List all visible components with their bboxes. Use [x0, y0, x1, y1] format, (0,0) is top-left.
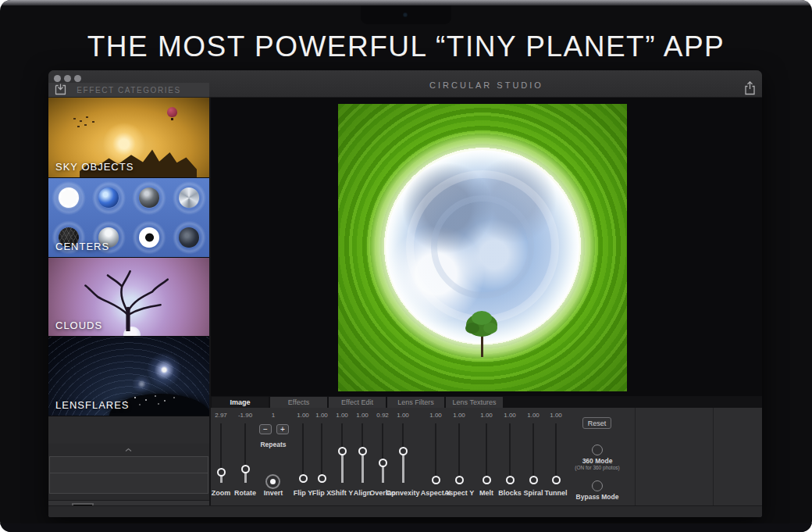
sidebar-header: EFFECT CATEGORIES	[48, 83, 209, 98]
slider-knob[interactable]	[483, 476, 491, 484]
laptop-lid-edge	[0, 0, 812, 5]
app-title: CIRCULAR STUDIO	[211, 80, 762, 90]
share-button[interactable]	[744, 81, 756, 98]
camera-icon	[403, 12, 408, 17]
tab-image-properties[interactable]: Image Properties	[212, 397, 269, 408]
slider-fill	[341, 452, 344, 483]
panel-tabbar: Image PropertiesEffectsEffect EditLens F…	[211, 396, 762, 408]
slider-knob[interactable]	[432, 476, 440, 484]
repeats-value: 1	[256, 412, 290, 419]
mode-360-label: 360 Mode	[574, 457, 621, 465]
panel-divider	[635, 408, 636, 505]
invert-label: Invert	[256, 489, 290, 497]
slider-knob[interactable]	[399, 447, 408, 455]
slider-fill	[402, 452, 404, 483]
import-icon	[55, 86, 66, 98]
category-label: SKY OBJECTS	[55, 161, 134, 173]
category-lensflares[interactable]: LENSFLARES	[48, 337, 209, 416]
slider-knob[interactable]	[241, 465, 250, 473]
category-list: SKY OBJECTSCENTERSCLOUDSLENSFLARES	[48, 98, 209, 416]
slider-track[interactable]	[555, 423, 557, 483]
category-clouds[interactable]: CLOUDS	[48, 258, 209, 337]
slider-tunnel[interactable]: 1.00Tunnel	[539, 408, 573, 505]
category-label: CENTERS	[55, 241, 109, 252]
effect-categories-sidebar: SKY OBJECTSCENTERSCLOUDSLENSFLARES Image…	[48, 98, 209, 505]
tab-effect-edit[interactable]: Effect Edit	[329, 397, 386, 408]
repeats-plus-button[interactable]: +	[276, 424, 289, 434]
zoom-window-button[interactable]	[74, 75, 81, 82]
slider-knob[interactable]	[529, 476, 538, 484]
lens-flare-sparks	[134, 397, 136, 398]
repeats-minus-button[interactable]: −	[259, 424, 272, 434]
bypass-mode-label: Bypass Mode	[570, 493, 625, 501]
slider-track[interactable]	[532, 423, 534, 483]
panel-divider	[713, 408, 714, 505]
repeats-label: Repeats	[251, 441, 295, 448]
center-thumb	[129, 218, 169, 258]
center-thumb	[48, 178, 89, 218]
tiny-planet-image[interactable]	[338, 104, 627, 391]
category-centers[interactable]: CENTERS	[48, 178, 209, 258]
window-status-strip	[48, 505, 762, 517]
slider-knob[interactable]	[455, 476, 464, 484]
effect-slot-row[interactable]	[49, 473, 208, 494]
laptop-screen: THE MOST POWERFUL “TINY PLANET” APP CIRC…	[0, 0, 812, 532]
center-thumb	[169, 178, 210, 218]
slider-track[interactable]	[486, 423, 487, 483]
invert-radio[interactable]	[265, 474, 280, 489]
birds	[73, 118, 76, 120]
cloud-swirl-ring	[431, 195, 534, 298]
hero-headline: THE MOST POWERFUL “TINY PLANET” APP	[0, 30, 812, 63]
chevron-up-icon[interactable]	[125, 446, 133, 454]
invert-radio-dot	[270, 479, 276, 484]
editor-canvas[interactable]	[211, 98, 762, 396]
tree-image	[461, 304, 502, 362]
balloon-icon	[167, 107, 177, 117]
sidebar-header-label: EFFECT CATEGORIES	[48, 86, 209, 95]
slider-knob[interactable]	[217, 468, 226, 477]
mode-360-subtitle: (ON for 360 photos)	[566, 465, 629, 470]
reset-button[interactable]: Reset	[582, 417, 611, 429]
slider-fill	[361, 452, 364, 483]
share-icon	[744, 86, 756, 98]
app-window: CIRCULAR STUDIO EFFECT CATEGORIES	[48, 70, 762, 517]
tab-lens-filters[interactable]: Lens Filters	[387, 397, 444, 408]
effect-slot-row[interactable]	[49, 456, 208, 473]
image-properties-panel: 2.97Zoom-1.90Rotate1.00Flip Y1.00Flip X1…	[211, 408, 762, 505]
minimize-button[interactable]	[64, 75, 71, 82]
center-thumb	[89, 178, 130, 218]
laptop-base	[0, 523, 812, 532]
tab-effects[interactable]: Effects	[270, 397, 327, 408]
slider-knob[interactable]	[506, 476, 515, 484]
category-label: LENSFLARES	[55, 399, 130, 411]
mode-360-toggle[interactable]	[592, 445, 603, 455]
import-button[interactable]	[55, 83, 66, 98]
tab-lens-textures[interactable]: Lens Textures	[446, 397, 503, 408]
close-button[interactable]	[54, 75, 61, 82]
bypass-mode-toggle[interactable]	[592, 480, 603, 491]
category-label: CLOUDS	[55, 320, 102, 331]
center-thumb	[129, 178, 169, 218]
slider-value: 1.00	[386, 412, 420, 419]
slider-track[interactable]	[458, 423, 460, 483]
slider-track[interactable]	[435, 423, 436, 483]
center-thumb	[169, 218, 210, 258]
slider-track[interactable]	[509, 423, 511, 483]
titlebar: CIRCULAR STUDIO EFFECT CATEGORIES	[48, 70, 762, 98]
category-sky-objects[interactable]: SKY OBJECTS	[48, 98, 209, 178]
effect-stack-list	[48, 444, 209, 500]
slider-value: 1.00	[539, 412, 573, 419]
slider-knob[interactable]	[552, 476, 561, 484]
